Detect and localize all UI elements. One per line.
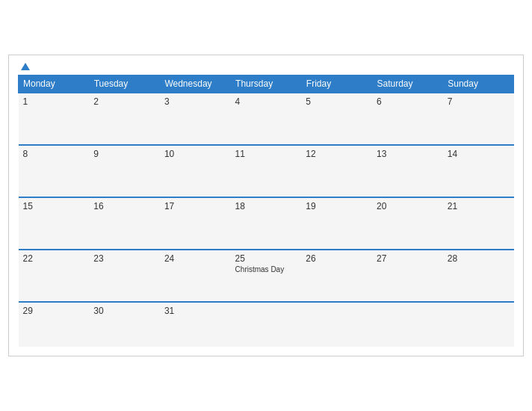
day-number: 10 [164, 149, 226, 159]
weekday-header-row: MondayTuesdayWednesdayThursdayFridaySatu… [19, 75, 514, 93]
holiday-label: Christmas Day [235, 265, 297, 274]
day-number: 24 [164, 253, 226, 264]
calendar-cell: 16 [89, 197, 160, 250]
calendar-cell: 11 [231, 145, 302, 197]
day-number: 8 [23, 149, 85, 159]
calendar-cell: 15 [19, 197, 90, 250]
logo [18, 63, 30, 70]
day-number: 12 [306, 149, 368, 159]
calendar-cell: 29 [19, 302, 90, 347]
weekday-header-tuesday: Tuesday [89, 75, 160, 93]
calendar-cell [301, 302, 372, 347]
week-row-3: 15161718192021 [19, 197, 514, 250]
calendar-cell: 20 [372, 197, 443, 250]
weekday-header-wednesday: Wednesday [160, 75, 231, 93]
day-number: 23 [93, 253, 155, 264]
day-number: 25 [235, 253, 297, 264]
day-number: 22 [23, 253, 85, 264]
calendar-cell [231, 302, 302, 347]
day-number: 16 [93, 201, 155, 211]
calendar-container: MondayTuesdayWednesdayThursdayFridaySatu… [8, 55, 524, 356]
calendar-cell: 21 [443, 197, 514, 250]
week-row-5: 293031 [19, 302, 514, 347]
calendar-cell: 7 [443, 93, 514, 145]
week-row-1: 1234567 [19, 93, 514, 145]
calendar-cell: 8 [19, 145, 90, 197]
calendar-cell: 24 [160, 250, 231, 302]
calendar-cell: 26 [301, 250, 372, 302]
calendar-cell: 12 [301, 145, 372, 197]
weekday-header-friday: Friday [301, 75, 372, 93]
day-number: 13 [377, 149, 439, 159]
calendar-cell: 6 [372, 93, 443, 145]
calendar-cell: 2 [89, 93, 160, 145]
day-number: 7 [448, 96, 510, 107]
day-number: 11 [235, 149, 297, 159]
day-number: 29 [23, 306, 85, 316]
calendar-cell: 23 [89, 250, 160, 302]
calendar-cell: 22 [19, 250, 90, 302]
calendar-cell: 28 [443, 250, 514, 302]
day-number: 27 [377, 253, 439, 264]
calendar-cell: 9 [89, 145, 160, 197]
day-number: 2 [93, 96, 155, 107]
calendar-cell: 1 [19, 93, 90, 145]
day-number: 15 [23, 201, 85, 211]
day-number: 1 [23, 96, 85, 107]
day-number: 31 [164, 306, 226, 316]
weekday-header-thursday: Thursday [231, 75, 302, 93]
calendar-cell: 13 [372, 145, 443, 197]
calendar-cell: 10 [160, 145, 231, 197]
day-number: 20 [377, 201, 439, 211]
calendar-header [18, 63, 514, 70]
day-number: 28 [448, 253, 510, 264]
calendar-cell: 5 [301, 93, 372, 145]
calendar-cell [372, 302, 443, 347]
day-number: 4 [235, 96, 297, 107]
day-number: 9 [93, 149, 155, 159]
day-number: 19 [306, 201, 368, 211]
calendar-cell: 30 [89, 302, 160, 347]
day-number: 30 [93, 306, 155, 316]
weekday-header-monday: Monday [19, 75, 90, 93]
weekday-header-saturday: Saturday [372, 75, 443, 93]
day-number: 21 [448, 201, 510, 211]
calendar-cell: 17 [160, 197, 231, 250]
calendar-cell [443, 302, 514, 347]
weekday-header-sunday: Sunday [443, 75, 514, 93]
day-number: 5 [306, 96, 368, 107]
calendar-grid: MondayTuesdayWednesdayThursdayFridaySatu… [18, 75, 514, 347]
calendar-cell: 27 [372, 250, 443, 302]
calendar-cell: 4 [231, 93, 302, 145]
day-number: 26 [306, 253, 368, 264]
calendar-cell: 31 [160, 302, 231, 347]
logo-triangle-icon [21, 63, 30, 70]
week-row-4: 22232425Christmas Day262728 [19, 250, 514, 302]
day-number: 18 [235, 201, 297, 211]
day-number: 6 [377, 96, 439, 107]
calendar-cell: 19 [301, 197, 372, 250]
calendar-cell: 3 [160, 93, 231, 145]
calendar-cell: 14 [443, 145, 514, 197]
calendar-cell: 18 [231, 197, 302, 250]
calendar-cell: 25Christmas Day [231, 250, 302, 302]
day-number: 14 [448, 149, 510, 159]
week-row-2: 891011121314 [19, 145, 514, 197]
day-number: 3 [164, 96, 226, 107]
day-number: 17 [164, 201, 226, 211]
